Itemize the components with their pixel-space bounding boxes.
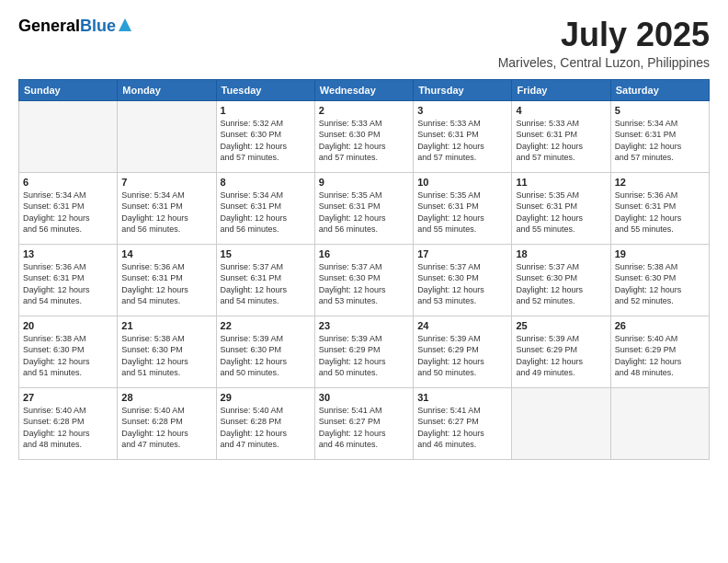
day-number: 16 [319,248,409,259]
day-info: Sunrise: 5:39 AMSunset: 6:29 PMDaylight:… [319,333,409,379]
calendar-cell: 23Sunrise: 5:39 AMSunset: 6:29 PMDayligh… [314,316,413,387]
day-info: Sunrise: 5:35 AMSunset: 6:31 PMDaylight:… [516,190,606,236]
col-wednesday: Wednesday [314,79,413,100]
day-number: 21 [121,320,211,331]
day-info: Sunrise: 5:34 AMSunset: 6:31 PMDaylight:… [615,118,705,164]
day-info: Sunrise: 5:40 AMSunset: 6:28 PMDaylight:… [121,405,211,451]
day-number: 27 [23,392,113,403]
day-number: 8 [221,177,311,188]
day-number: 6 [23,177,113,188]
calendar-cell: 3Sunrise: 5:33 AMSunset: 6:31 PMDaylight… [414,100,512,172]
day-info: Sunrise: 5:36 AMSunset: 6:31 PMDaylight:… [23,261,113,307]
day-info: Sunrise: 5:33 AMSunset: 6:31 PMDaylight:… [417,118,507,164]
logo-blue: Blue [80,17,116,36]
day-info: Sunrise: 5:41 AMSunset: 6:27 PMDaylight:… [319,405,409,451]
day-number: 28 [121,392,211,403]
day-number: 22 [221,320,311,331]
day-info: Sunrise: 5:34 AMSunset: 6:31 PMDaylight:… [23,190,113,236]
calendar-cell: 7Sunrise: 5:34 AMSunset: 6:31 PMDaylight… [118,172,216,244]
calendar-cell: 16Sunrise: 5:37 AMSunset: 6:30 PMDayligh… [314,244,413,316]
calendar-cell: 4Sunrise: 5:33 AMSunset: 6:31 PMDaylight… [512,100,610,172]
day-info: Sunrise: 5:33 AMSunset: 6:31 PMDaylight:… [516,118,606,164]
day-number: 9 [319,177,409,188]
day-number: 19 [615,248,705,259]
day-number: 18 [516,248,606,259]
header: GeneralBlue July 2025 Mariveles, Central… [18,17,710,70]
day-number: 11 [516,177,606,188]
calendar-cell: 31Sunrise: 5:41 AMSunset: 6:27 PMDayligh… [414,387,512,459]
col-monday: Monday [118,79,216,100]
day-number: 23 [319,320,409,331]
day-info: Sunrise: 5:34 AMSunset: 6:31 PMDaylight:… [121,190,211,236]
svg-marker-0 [119,18,131,31]
day-number: 24 [417,320,507,331]
day-info: Sunrise: 5:39 AMSunset: 6:29 PMDaylight:… [516,333,606,379]
col-saturday: Saturday [610,79,709,100]
day-number: 7 [121,177,211,188]
calendar-cell: 13Sunrise: 5:36 AMSunset: 6:31 PMDayligh… [19,244,118,316]
calendar-cell: 22Sunrise: 5:39 AMSunset: 6:30 PMDayligh… [216,316,314,387]
day-number: 26 [615,320,705,331]
calendar-cell: 30Sunrise: 5:41 AMSunset: 6:27 PMDayligh… [314,387,413,459]
calendar-cell: 10Sunrise: 5:35 AMSunset: 6:31 PMDayligh… [414,172,512,244]
col-friday: Friday [512,79,610,100]
calendar-cell: 15Sunrise: 5:37 AMSunset: 6:31 PMDayligh… [216,244,314,316]
day-number: 10 [417,177,507,188]
day-number: 14 [121,248,211,259]
calendar-cell [610,387,709,459]
calendar-cell: 20Sunrise: 5:38 AMSunset: 6:30 PMDayligh… [19,316,118,387]
calendar-cell: 18Sunrise: 5:37 AMSunset: 6:30 PMDayligh… [512,244,610,316]
week-row-3: 13Sunrise: 5:36 AMSunset: 6:31 PMDayligh… [19,244,710,316]
calendar-cell [512,387,610,459]
calendar-cell: 8Sunrise: 5:34 AMSunset: 6:31 PMDaylight… [216,172,314,244]
calendar-table: Sunday Monday Tuesday Wednesday Thursday… [18,79,710,460]
calendar-cell: 2Sunrise: 5:33 AMSunset: 6:30 PMDaylight… [314,100,413,172]
day-number: 30 [319,392,409,403]
logo-text: GeneralBlue [18,17,131,36]
logo-triangle-icon [119,17,131,36]
calendar-cell: 25Sunrise: 5:39 AMSunset: 6:29 PMDayligh… [512,316,610,387]
calendar-cell: 1Sunrise: 5:32 AMSunset: 6:30 PMDaylight… [216,100,314,172]
day-info: Sunrise: 5:41 AMSunset: 6:27 PMDaylight:… [417,405,507,451]
day-info: Sunrise: 5:38 AMSunset: 6:30 PMDaylight:… [23,333,113,379]
day-info: Sunrise: 5:37 AMSunset: 6:31 PMDaylight:… [221,261,311,307]
day-info: Sunrise: 5:36 AMSunset: 6:31 PMDaylight:… [121,261,211,307]
title-month: July 2025 [498,17,710,53]
calendar-cell: 27Sunrise: 5:40 AMSunset: 6:28 PMDayligh… [19,387,118,459]
day-info: Sunrise: 5:37 AMSunset: 6:30 PMDaylight:… [417,261,507,307]
calendar-cell [19,100,118,172]
day-number: 2 [319,105,409,116]
col-tuesday: Tuesday [216,79,314,100]
col-thursday: Thursday [414,79,512,100]
day-info: Sunrise: 5:39 AMSunset: 6:29 PMDaylight:… [417,333,507,379]
col-sunday: Sunday [19,79,118,100]
calendar-cell: 11Sunrise: 5:35 AMSunset: 6:31 PMDayligh… [512,172,610,244]
day-info: Sunrise: 5:34 AMSunset: 6:31 PMDaylight:… [221,190,311,236]
day-number: 13 [23,248,113,259]
calendar-cell: 29Sunrise: 5:40 AMSunset: 6:28 PMDayligh… [216,387,314,459]
day-number: 31 [417,392,507,403]
day-number: 25 [516,320,606,331]
day-number: 4 [516,105,606,116]
day-info: Sunrise: 5:35 AMSunset: 6:31 PMDaylight:… [417,190,507,236]
day-number: 1 [221,105,311,116]
calendar-header-row: Sunday Monday Tuesday Wednesday Thursday… [19,79,710,100]
day-info: Sunrise: 5:33 AMSunset: 6:30 PMDaylight:… [319,118,409,164]
week-row-4: 20Sunrise: 5:38 AMSunset: 6:30 PMDayligh… [19,316,710,387]
day-info: Sunrise: 5:39 AMSunset: 6:30 PMDaylight:… [221,333,311,379]
calendar-cell: 21Sunrise: 5:38 AMSunset: 6:30 PMDayligh… [118,316,216,387]
logo-general: General [18,17,80,36]
logo: GeneralBlue [18,17,131,36]
calendar-cell: 9Sunrise: 5:35 AMSunset: 6:31 PMDaylight… [314,172,413,244]
day-info: Sunrise: 5:32 AMSunset: 6:30 PMDaylight:… [221,118,311,164]
day-info: Sunrise: 5:37 AMSunset: 6:30 PMDaylight:… [516,261,606,307]
day-info: Sunrise: 5:40 AMSunset: 6:28 PMDaylight:… [23,405,113,451]
day-info: Sunrise: 5:38 AMSunset: 6:30 PMDaylight:… [121,333,211,379]
calendar-cell: 28Sunrise: 5:40 AMSunset: 6:28 PMDayligh… [118,387,216,459]
calendar-cell: 12Sunrise: 5:36 AMSunset: 6:31 PMDayligh… [610,172,709,244]
day-number: 3 [417,105,507,116]
page: GeneralBlue July 2025 Mariveles, Central… [0,0,728,563]
calendar-cell: 24Sunrise: 5:39 AMSunset: 6:29 PMDayligh… [414,316,512,387]
day-info: Sunrise: 5:37 AMSunset: 6:30 PMDaylight:… [319,261,409,307]
day-number: 12 [615,177,705,188]
